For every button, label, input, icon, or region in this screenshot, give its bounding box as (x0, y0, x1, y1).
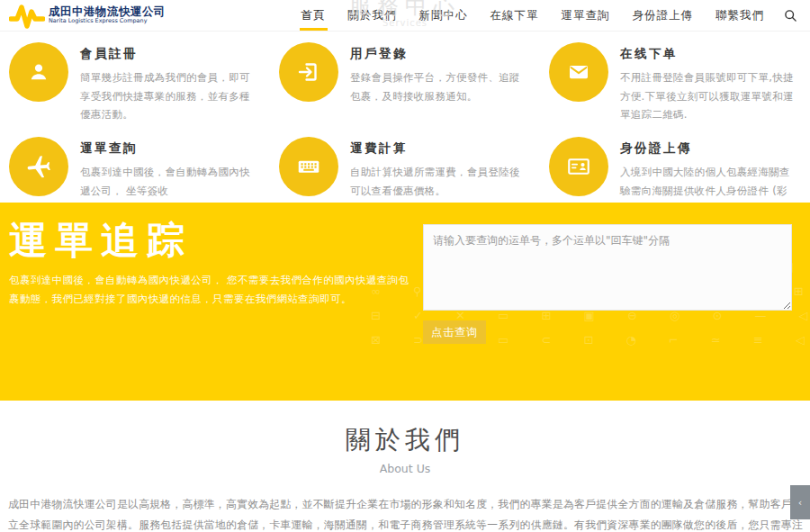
top-header: 成田中港物流快運公司 Narita Logistics Express Comp… (0, 0, 810, 32)
service-card-user-login[interactable]: 用戶登錄 登錄會員操作平台，方便發件、追蹤包裹，及時接收服務通知。 (279, 42, 529, 124)
nav-item-news[interactable]: 新聞中心 (419, 0, 468, 31)
about-subtitle: About Us (0, 462, 810, 475)
service-title: 身份證上傳 (620, 140, 799, 157)
nav-item-waybill-inquiry[interactable]: 運單查詢 (562, 0, 610, 31)
keyboard-icon (279, 137, 338, 196)
idcard-icon (549, 137, 608, 196)
tracking-query-button[interactable]: 点击查询 (423, 320, 486, 344)
logo-text: 成田中港物流快運公司 Narita Logistics Express Comp… (49, 5, 166, 25)
nav-item-about[interactable]: 關於我們 (348, 0, 397, 31)
logo[interactable]: 成田中港物流快運公司 Narita Logistics Express Comp… (9, 2, 166, 29)
service-desc: 自助計算快遞所需運費，會員登陸後可以查看優惠價格。 (350, 163, 529, 200)
tracking-section: ⊖ ∩ ◎ ▭ ⊞ ▣ ▤ ∞ ⚲ ▭ ▤ ∞ ▦ ✈ ♁ △ ▽ ⊞ ∴ ⊟ … (0, 203, 810, 401)
user-icon (9, 42, 68, 102)
service-title: 運費計算 (350, 140, 529, 157)
service-desc: 不用註冊登陸會員賬號即可下單,快捷方便.下單後立刻可以獲取運單號和運單追踪二維碼… (620, 68, 799, 124)
logo-pulse-icon (9, 2, 45, 29)
service-desc: 登錄會員操作平台，方便發件、追蹤包裹，及時接收服務通知。 (350, 68, 529, 105)
plane-icon (9, 137, 68, 196)
tracking-intro: 運單追踪 包裹到達中國後，會自動轉為國內快遞公司， 您不需要去我們合作的國內快遞… (9, 219, 412, 309)
service-card-online-order[interactable]: 在线下单 不用註冊登陸會員賬號即可下單,快捷方便.下單後立刻可以獲取運單號和運單… (549, 42, 799, 124)
about-body-text: 成田中港物流快運公司是以高規格，高標準，高實效為起點，並不斷提升企業在市場的形象… (8, 494, 803, 532)
page: 服務中心 Services 成田中港物流快運公司 Narita Logistic… (0, 0, 810, 532)
service-title: 在线下单 (620, 46, 799, 62)
about-section: 關於我們 About Us 成田中港物流快運公司是以高規格，高標準，高實效為起點… (0, 401, 810, 532)
service-card-member-register[interactable]: 會員註冊 簡單幾步註冊成為我們的會員，即可享受我們快捷專業的服務，並有多種優惠活… (9, 42, 259, 124)
service-desc: 簡單幾步註冊成為我們的會員，即可享受我們快捷專業的服務，並有多種優惠活動。 (80, 68, 259, 124)
about-title: 關於我們 (0, 423, 810, 457)
logo-company-name-en: Narita Logistics Express Company (49, 19, 157, 25)
tracking-number-input[interactable] (423, 224, 792, 311)
nav-item-id-upload[interactable]: 身份證上傳 (633, 0, 694, 31)
nav-item-home[interactable]: 首頁 (302, 0, 326, 31)
tracking-title: 運單追踪 (9, 219, 412, 262)
tracking-description: 包裹到達中國後，會自動轉為國內快遞公司， 您不需要去我們合作的國內快遞查詢包裹動… (9, 271, 412, 308)
service-desc: 包裹到達中國後，會自動轉為國內快遞公司， 坐等簽收 (80, 163, 259, 200)
chevron-icon: ‹ (798, 497, 802, 509)
service-title: 用戶登錄 (350, 46, 529, 62)
service-title: 會員註冊 (80, 46, 259, 62)
services-grid: 會員註冊 簡單幾步註冊成為我們的會員，即可享受我們快捷專業的服務，並有多種優惠活… (0, 32, 810, 203)
nav-item-online-order[interactable]: 在線下單 (490, 0, 539, 31)
search-icon[interactable] (784, 9, 797, 23)
back-to-top-button[interactable]: ‹ (790, 485, 810, 519)
mail-icon (549, 42, 608, 102)
main-nav: 首頁 關於我們 新聞中心 在線下單 運單查詢 身份證上傳 聯繫我們 (279, 0, 798, 31)
logo-company-name-zh: 成田中港物流快運公司 (49, 5, 166, 18)
login-icon (279, 42, 338, 102)
service-title: 運單查詢 (80, 140, 259, 157)
nav-item-contact[interactable]: 聯繫我們 (716, 0, 764, 31)
